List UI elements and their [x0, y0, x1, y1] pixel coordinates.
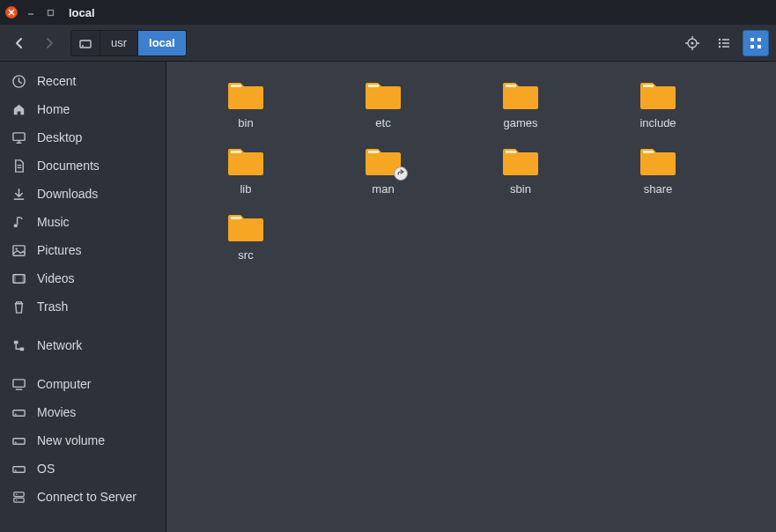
folder-grid: binetcgamesincludelibmansbinsharesrc [177, 74, 765, 263]
folder-label: include [639, 116, 676, 129]
sidebar-item-pictures[interactable]: Pictures [0, 236, 166, 264]
folder-include[interactable]: include [589, 74, 727, 131]
sidebar-item-label: Home [37, 102, 70, 116]
sidebar-item-newvol[interactable]: New volume [0, 426, 166, 454]
network-icon [11, 337, 26, 353]
folder-src[interactable]: src [177, 206, 314, 263]
music-icon [11, 214, 26, 230]
sidebar-item-label: Trash [37, 299, 68, 314]
folder-label: sbin [510, 182, 531, 196]
folder-lib[interactable]: lib [177, 140, 314, 197]
sidebar-item-os[interactable]: OS [0, 454, 166, 483]
video-icon [11, 270, 26, 286]
sidebar-item-downloads[interactable]: Downloads [0, 180, 166, 208]
sidebar-item-movies[interactable]: Movies [0, 398, 166, 426]
path-root-icon[interactable] [71, 31, 100, 55]
path-segment-usr[interactable]: usr [100, 31, 138, 55]
svg-rect-0 [48, 10, 53, 15]
monitor-icon [11, 129, 26, 145]
sidebar-item-label: Network [37, 338, 82, 352]
svg-rect-15 [643, 85, 654, 87]
svg-rect-20 [231, 217, 241, 219]
sidebar: RecentHomeDesktopDocumentsDownloadsMusic… [0, 62, 166, 532]
sidebar-item-desktop[interactable]: Desktop [0, 123, 166, 151]
svg-point-2 [82, 45, 84, 47]
symlink-badge-icon [394, 166, 408, 181]
folder-icon [226, 211, 265, 243]
folder-icon [226, 145, 265, 177]
folder-label: lib [240, 182, 251, 196]
svg-rect-11 [758, 45, 761, 48]
forward-button[interactable] [37, 31, 62, 55]
folder-label: games [503, 116, 537, 129]
sidebar-item-music[interactable]: Music [0, 208, 166, 236]
folder-icon [639, 145, 677, 177]
path-segment-local[interactable]: local [138, 31, 186, 55]
sidebar-item-connect[interactable]: Connect to Server [0, 483, 166, 511]
svg-rect-14 [506, 85, 516, 87]
location-icon [684, 35, 700, 51]
drive-icon [11, 461, 26, 477]
svg-point-4 [691, 41, 694, 44]
svg-point-6 [719, 41, 721, 43]
svg-rect-1 [80, 41, 91, 48]
folder-icon [364, 79, 403, 111]
content-area[interactable]: binetcgamesincludelibmansbinsharesrc [166, 62, 776, 532]
svg-point-5 [719, 38, 721, 40]
back-button[interactable] [7, 31, 32, 55]
picture-icon [11, 242, 26, 258]
home-icon [11, 101, 26, 117]
drive-icon [78, 36, 92, 50]
folder-icon [639, 79, 677, 111]
sidebar-item-network[interactable]: Network [0, 331, 166, 359]
window-maximize-button[interactable] [44, 6, 56, 18]
svg-rect-17 [368, 151, 379, 153]
list-view-button[interactable] [711, 30, 737, 56]
sidebar-item-label: Connect to Server [37, 490, 137, 504]
sidebar-item-label: Videos [37, 271, 75, 285]
trash-icon [11, 299, 26, 314]
folder-sbin[interactable]: sbin [452, 140, 589, 197]
folder-label: src [238, 248, 253, 262]
location-button[interactable] [679, 30, 706, 56]
list-view-icon [717, 36, 731, 50]
icon-view-button[interactable] [743, 30, 769, 56]
sidebar-item-label: New volume [37, 433, 105, 447]
folder-icon [501, 145, 540, 177]
sidebar-item-trash[interactable]: Trash [0, 292, 166, 321]
sidebar-item-label: Recent [37, 74, 76, 88]
window-close-button[interactable] [5, 6, 18, 18]
folder-bin[interactable]: bin [177, 74, 314, 131]
svg-rect-12 [231, 85, 241, 87]
folder-label: etc [375, 116, 390, 129]
sidebar-item-recent[interactable]: Recent [0, 67, 166, 95]
sidebar-item-label: Computer [37, 377, 91, 391]
toolbar: usr local [0, 25, 776, 62]
svg-rect-13 [368, 85, 379, 87]
folder-share[interactable]: share [589, 140, 727, 197]
sidebar-item-home[interactable]: Home [0, 95, 166, 123]
sidebar-item-documents[interactable]: Documents [0, 151, 166, 180]
drive-icon [11, 404, 26, 420]
path-bar: usr local [70, 30, 187, 56]
server-icon [11, 489, 26, 505]
svg-rect-9 [758, 38, 761, 41]
sidebar-item-label: Pictures [37, 243, 82, 257]
svg-rect-8 [750, 38, 754, 41]
folder-label: share [644, 182, 673, 196]
folder-icon [226, 79, 265, 111]
document-icon [11, 158, 26, 174]
window-minimize-button[interactable] [25, 6, 37, 18]
folder-label: man [372, 182, 394, 196]
sidebar-item-label: Music [37, 215, 70, 229]
folder-etc[interactable]: etc [314, 74, 452, 131]
svg-rect-19 [643, 151, 654, 153]
icon-view-icon [749, 36, 763, 50]
folder-man[interactable]: man [314, 140, 452, 197]
sidebar-item-videos[interactable]: Videos [0, 264, 166, 292]
drive-icon [11, 432, 26, 448]
sidebar-item-label: Movies [37, 405, 76, 419]
window-title: local [69, 6, 95, 19]
sidebar-item-computer[interactable]: Computer [0, 370, 166, 398]
folder-games[interactable]: games [452, 74, 589, 131]
